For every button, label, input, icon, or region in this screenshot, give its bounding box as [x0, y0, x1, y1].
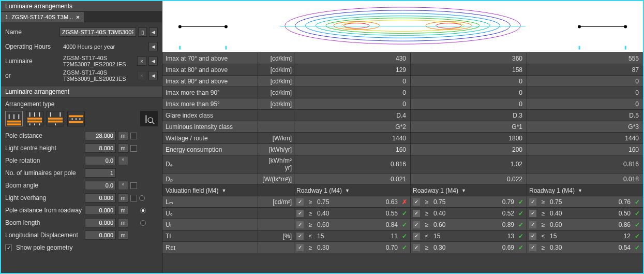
pass-icon: ✓: [634, 221, 641, 228]
chevron-down-icon: ▼: [345, 188, 350, 193]
svg-line-25: [153, 122, 155, 124]
criterion-checkbox[interactable]: ✓: [529, 233, 536, 240]
metric-value: 129: [294, 64, 411, 75]
search-pole-icon[interactable]: [140, 111, 158, 126]
nav-button[interactable]: ◀: [149, 27, 158, 37]
metric-unit: [cd/klm]: [258, 53, 294, 64]
light_overhang-radio[interactable]: [139, 195, 145, 201]
metric-unit: [258, 110, 294, 121]
close-icon[interactable]: ×: [76, 14, 79, 20]
criterion-checkbox[interactable]: ✓: [413, 198, 420, 206]
label-pole_distance_roadway: Pole distance from roadway: [5, 207, 83, 214]
svg-rect-14: [48, 121, 63, 123]
metric-value: 360: [411, 53, 527, 64]
nav-button[interactable]: ◀: [148, 56, 158, 66]
criterion-limit: 0.60: [550, 221, 571, 228]
criterion-operator: ≥: [423, 221, 430, 228]
criterion-checkbox[interactable]: ✓: [529, 210, 536, 217]
metric-value: 0.021: [294, 174, 411, 184]
criterion-checkbox[interactable]: ✓: [413, 244, 420, 251]
light_overhang-field[interactable]: [85, 193, 116, 203]
valuation-metric-label: Lₘ: [162, 196, 258, 207]
light_overhang-checkbox[interactable]: [130, 195, 137, 201]
unit: °: [118, 156, 128, 165]
no_luminaires-field[interactable]: [85, 168, 116, 178]
metric-value: 1440: [294, 133, 411, 143]
svg-rect-9: [39, 112, 40, 117]
criterion-checkbox[interactable]: ✓: [296, 210, 304, 217]
long_displacement-field[interactable]: [85, 230, 116, 240]
criterion-checkbox[interactable]: ✓: [529, 244, 536, 251]
criterion-limit: 0.40: [317, 210, 338, 217]
metric-value: D.3: [411, 110, 527, 121]
valuation-metric-label: Uₗ: [162, 219, 258, 230]
criterion-result: 0.70: [341, 244, 398, 251]
pole_distance_roadway-field[interactable]: [85, 206, 116, 215]
pass-icon: ✓: [517, 221, 525, 228]
name-field[interactable]: [59, 27, 136, 37]
light_centre_height-checkbox[interactable]: [130, 145, 137, 152]
criterion-limit: 15: [317, 233, 338, 240]
pole_rotation-field[interactable]: [85, 156, 116, 165]
criterion-checkbox[interactable]: ✓: [529, 221, 536, 228]
criterion-checkbox[interactable]: ✓: [529, 198, 536, 206]
clear-icon[interactable]: ×: [137, 56, 146, 66]
criterion-result: 0.79: [457, 198, 514, 206]
criterion-checkbox[interactable]: ✓: [296, 198, 304, 206]
tab-arrangement-1[interactable]: 1. ZGSM-ST17-40S T3M... ×: [1, 12, 84, 22]
light_centre_height-field[interactable]: [85, 143, 116, 153]
criterion-checkbox[interactable]: ✓: [413, 233, 420, 240]
criterion-operator: ≥: [540, 198, 547, 206]
fail-icon: ✗: [401, 198, 408, 206]
pass-icon: ✓: [517, 233, 525, 240]
criterion-operator: ≥: [307, 221, 314, 228]
criterion-checkbox[interactable]: ✓: [296, 221, 304, 228]
svg-point-29: [224, 25, 228, 28]
nav-button[interactable]: ◀: [148, 42, 158, 51]
svg-point-30: [578, 25, 581, 28]
arrangement-type-3[interactable]: [47, 111, 64, 126]
label-boom_angle: Boom angle: [5, 182, 83, 189]
svg-rect-1: [7, 123, 21, 125]
unit: m: [118, 218, 128, 227]
pass-icon: ✓: [634, 198, 641, 206]
metric-value: 200: [411, 144, 527, 155]
metric-value: 1.02: [411, 155, 527, 173]
chevron-down-icon: ▼: [461, 188, 466, 193]
svg-point-28: [178, 25, 182, 28]
roadway-column-header[interactable]: Roadway 1 (M4) ▼: [411, 185, 527, 196]
nav-button[interactable]: ◀: [148, 71, 158, 80]
isoline-plot: [162, 1, 643, 53]
label-pole_distance: Pole distance: [5, 132, 83, 139]
pole_distance-checkbox[interactable]: [130, 133, 137, 139]
arrangement-type-1[interactable]: [5, 111, 23, 126]
metric-unit: [cd/klm]: [258, 98, 294, 109]
arrangement-type-4[interactable]: [67, 111, 85, 126]
criterion-checkbox[interactable]: ✓: [413, 221, 420, 228]
criterion-limit: 0.30: [550, 244, 571, 251]
criterion-limit: 0.40: [550, 210, 571, 217]
unit: m: [118, 193, 128, 203]
pole_distance_roadway-radio[interactable]: [140, 208, 146, 213]
criterion-checkbox[interactable]: ✓: [296, 233, 304, 240]
criterion-operator: ≥: [423, 210, 430, 217]
pass-icon: ✓: [634, 233, 641, 240]
pass-icon: ✓: [401, 244, 408, 251]
roadway-column-header[interactable]: Roadway 1 (M4) ▼: [527, 185, 643, 196]
metric-value: 160: [294, 144, 411, 155]
pole_distance-field[interactable]: [85, 131, 116, 140]
svg-rect-22: [80, 118, 81, 120]
show-pole-geometry-checkbox[interactable]: [5, 244, 12, 251]
valuation-field-header[interactable]: Valuation field (M4) ▼: [162, 185, 258, 196]
boom_length-radio[interactable]: [140, 220, 146, 226]
step-button[interactable]: ▯: [138, 27, 147, 37]
boom_angle-field[interactable]: [85, 181, 116, 190]
arrangement-type-2[interactable]: [26, 111, 43, 126]
roadway-column-header[interactable]: Roadway 1 (M4) ▼: [294, 185, 411, 196]
boom_length-field[interactable]: [85, 218, 116, 227]
criterion-checkbox[interactable]: ✓: [296, 244, 304, 251]
criterion-checkbox[interactable]: ✓: [413, 210, 420, 217]
boom_angle-checkbox[interactable]: [130, 182, 137, 189]
metric-value: 0.816: [527, 155, 643, 173]
metric-value: 0: [294, 87, 411, 98]
